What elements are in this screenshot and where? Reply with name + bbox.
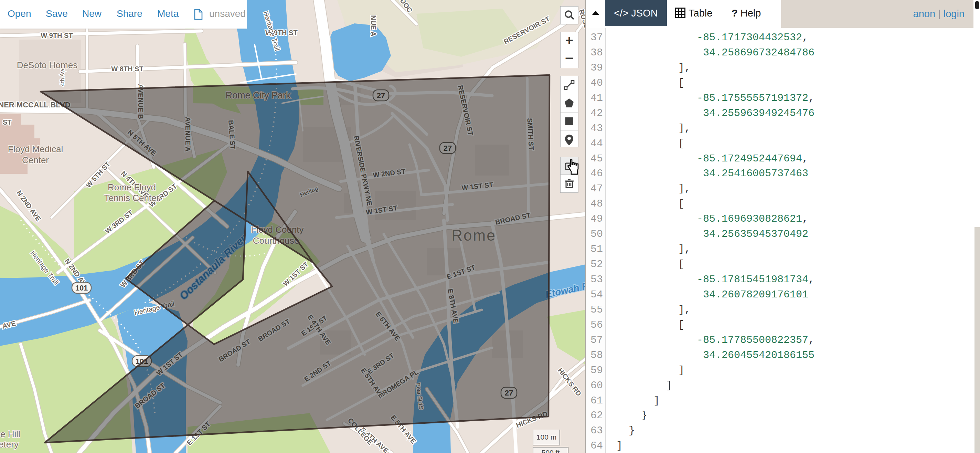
svg-text:Floyd Medical: Floyd Medical	[8, 144, 63, 154]
svg-text:101: 101	[75, 284, 88, 292]
svg-text:W 8TH ST: W 8TH ST	[111, 65, 143, 73]
svg-text:W 9TH ST: W 9TH ST	[41, 32, 73, 39]
svg-text:etery: etery	[0, 439, 19, 450]
svg-text:Tennis Center: Tennis Center	[104, 193, 160, 203]
svg-text:Center: Center	[22, 155, 49, 165]
svg-text:ST: ST	[3, 118, 12, 126]
svg-text:DeSoto Homes: DeSoto Homes	[17, 60, 78, 70]
svg-text:NUE A: NUE A	[369, 15, 377, 36]
svg-text:Rome Floyd: Rome Floyd	[108, 182, 156, 192]
svg-text:e Hill: e Hill	[0, 429, 20, 439]
